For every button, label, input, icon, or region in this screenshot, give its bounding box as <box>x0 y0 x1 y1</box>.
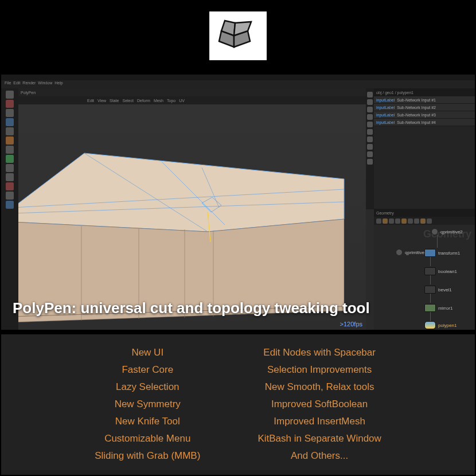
tool-icon[interactable] <box>6 146 14 154</box>
window-titlebar <box>1 75 475 80</box>
node[interactable]: mirror1 <box>424 304 452 312</box>
node[interactable]: qprimitive2 <box>431 228 463 235</box>
net-tool-icon[interactable] <box>414 219 419 224</box>
param-key: inputLabel <box>376 113 395 117</box>
tool-icon[interactable] <box>6 136 14 145</box>
wire <box>430 256 431 266</box>
param-tabs[interactable]: obj / geo1 / polypen1 <box>374 88 475 96</box>
param-val: Sub-Network Input #3 <box>397 113 436 117</box>
tool-icon[interactable] <box>6 155 14 163</box>
feature-item: And Others... <box>291 450 348 462</box>
vp-menu-item[interactable]: Topo <box>167 99 175 103</box>
viewport-menu[interactable]: Edit View State Select Deform Mesh Topo … <box>18 96 366 104</box>
tool-icon[interactable] <box>367 122 373 127</box>
net-tool-icon[interactable] <box>401 219 407 224</box>
node[interactable]: transform1 <box>424 249 460 257</box>
net-tool-icon[interactable] <box>376 219 381 224</box>
viewport-content[interactable]: >120fps <box>18 104 366 330</box>
tool-icon[interactable] <box>367 159 373 165</box>
feature-list: New UI Faster Core Lazy Selection New Sy… <box>1 334 475 475</box>
node-label: polypen1 <box>438 323 457 328</box>
node[interactable]: bevel1 <box>424 286 452 294</box>
tool-icon[interactable] <box>367 129 373 135</box>
node[interactable]: qprimitive1 <box>396 249 427 256</box>
tool-icon[interactable] <box>6 127 14 135</box>
param-path[interactable]: obj / geo1 / polypen1 <box>376 91 413 95</box>
tool-icon[interactable] <box>367 144 373 150</box>
tool-icon[interactable] <box>367 114 373 120</box>
tool-icon[interactable] <box>6 118 14 126</box>
viewport-tab[interactable]: PolyPen <box>21 91 36 95</box>
wire <box>430 274 431 284</box>
node-icon <box>424 249 436 257</box>
tool-icon[interactable] <box>367 92 373 97</box>
tool-icon[interactable] <box>6 201 14 209</box>
feature-item: Faster Core <box>122 364 173 376</box>
vp-menu-item[interactable]: Select <box>122 99 133 103</box>
node-label: mirror1 <box>438 306 452 311</box>
feature-item: New Smooth, Relax tools <box>265 381 374 393</box>
tool-icon[interactable] <box>367 136 373 142</box>
app-menubar[interactable]: File Edit Render Window Help <box>1 80 475 89</box>
right-toolbar <box>366 88 374 209</box>
tool-icon[interactable] <box>6 164 14 172</box>
net-tool-icon[interactable] <box>420 219 426 224</box>
feature-item: Lazy Selection <box>116 381 180 393</box>
tool-icon[interactable] <box>6 109 14 117</box>
param-row[interactable]: inputLabel Sub-Network Input #4 <box>374 119 475 126</box>
tool-icon[interactable] <box>367 99 373 105</box>
param-row[interactable]: inputLabel Sub-Network Input #1 <box>374 96 475 104</box>
menu-item[interactable]: File <box>5 81 11 85</box>
vp-menu-item[interactable]: State <box>110 99 119 103</box>
root: File Edit Render Window Help Poly <box>0 0 476 476</box>
tool-icon[interactable] <box>6 91 14 99</box>
node-label: qprimitive2 <box>440 229 463 235</box>
tool-icon[interactable] <box>6 173 14 181</box>
network-pane: Geometry Geometry <box>374 209 475 330</box>
tool-icon[interactable] <box>367 151 373 157</box>
network-canvas[interactable]: Geometry qprimitive2 qprimitive1 <box>374 225 475 330</box>
menu-item[interactable]: Window <box>38 81 52 85</box>
node[interactable]: boolean1 <box>424 267 457 275</box>
feature-item: Customizable Menu <box>104 433 190 444</box>
net-tool-icon[interactable] <box>383 219 388 224</box>
logo-icon <box>216 18 260 54</box>
param-val: Sub-Network Input #4 <box>397 120 436 124</box>
feature-item: New Knife Tool <box>115 416 180 427</box>
feature-item: Improved InsertMesh <box>274 416 365 427</box>
network-header[interactable]: Geometry <box>374 209 475 217</box>
menu-item[interactable]: Render <box>22 81 36 85</box>
svg-marker-4 <box>18 153 344 232</box>
tool-icon[interactable] <box>367 107 373 112</box>
menu-item[interactable]: Help <box>54 81 63 85</box>
vp-menu-item[interactable]: Mesh <box>154 99 163 103</box>
vp-menu-item[interactable]: Deform <box>137 99 150 103</box>
viewport[interactable]: PolyPen Edit View State Select Deform Me… <box>18 88 366 330</box>
net-tool-icon[interactable] <box>408 219 413 224</box>
param-row[interactable]: inputLabel Sub-Network Input #2 <box>374 104 475 111</box>
tool-icon[interactable] <box>6 192 14 200</box>
param-key: inputLabel <box>376 106 395 110</box>
vp-menu-item[interactable]: UV <box>179 99 185 103</box>
node[interactable]: polypen1 <box>424 321 457 329</box>
net-tool-icon[interactable] <box>389 219 394 224</box>
net-tool-icon[interactable] <box>427 219 432 224</box>
vp-menu-item[interactable]: View <box>97 99 106 103</box>
network-toolbar[interactable] <box>374 217 475 225</box>
banner <box>0 0 476 72</box>
net-tool-icon[interactable] <box>395 219 400 224</box>
param-key: inputLabel <box>376 120 395 124</box>
viewport-tabbar[interactable]: PolyPen <box>18 88 366 96</box>
fps-indicator: >120fps <box>340 321 362 327</box>
node-icon <box>424 286 436 294</box>
tool-icon[interactable] <box>6 100 14 108</box>
wire <box>430 311 431 321</box>
menu-item[interactable]: Edit <box>13 81 20 85</box>
param-row[interactable]: inputLabel Sub-Network Input #3 <box>374 111 475 119</box>
feature-item: Edit Nodes with Spacebar <box>263 347 376 358</box>
feature-item: New Symmetry <box>115 399 181 410</box>
param-val: Sub-Network Input #1 <box>397 98 436 102</box>
tool-icon[interactable] <box>6 182 14 190</box>
node-icon <box>431 228 438 235</box>
vp-menu-item[interactable]: Edit <box>87 99 94 103</box>
